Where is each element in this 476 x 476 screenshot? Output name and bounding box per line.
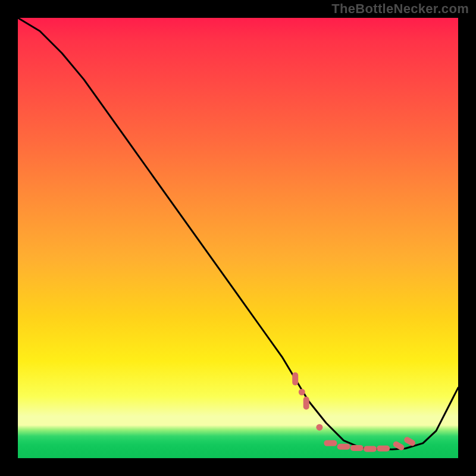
curve-markers — [292, 372, 416, 452]
curve-marker — [292, 372, 298, 386]
curve-marker — [316, 424, 322, 431]
plot-area — [18, 18, 458, 458]
curve-marker — [303, 397, 309, 410]
curve-marker — [299, 389, 305, 396]
chart-frame: TheBottleNecker.com — [0, 0, 476, 476]
curve-marker — [337, 444, 350, 450]
curve-marker — [364, 446, 377, 452]
curve-marker — [350, 445, 364, 451]
watermark-text: TheBottleNecker.com — [331, 1, 469, 17]
curve-marker — [324, 440, 337, 446]
bottleneck-curve — [18, 18, 458, 449]
chart-svg — [18, 18, 458, 458]
curve-marker — [377, 446, 390, 452]
